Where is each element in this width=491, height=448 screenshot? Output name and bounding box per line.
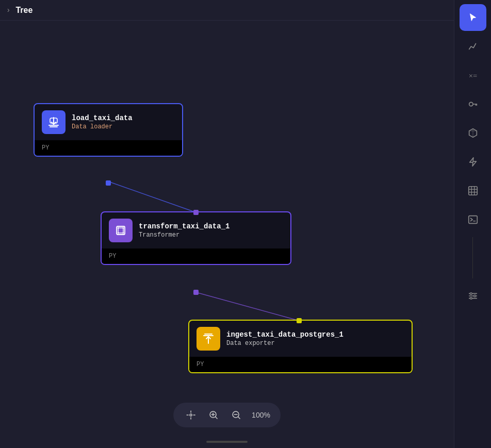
svg-point-40 [470,297,472,300]
center-view-button[interactable] [184,408,198,422]
node-loader[interactable]: load_taxi_data Data loader PY [34,103,183,157]
node-transformer-header: transform_taxi_data_1 Transformer [102,212,290,248]
svg-point-7 [118,233,119,234]
settings-tool-button[interactable] [460,283,486,309]
transformer-node-name: transform_taxi_data_1 [139,222,230,230]
formula-tool-button[interactable]: ×= [460,62,486,89]
transformer-node-type: Transformer [139,231,230,239]
table-tool-button[interactable] [460,177,486,204]
zoom-out-button[interactable] [229,408,243,422]
svg-line-1 [196,292,299,321]
terminal-icon [467,214,479,225]
exporter-input-dot [297,318,302,323]
box-tool-button[interactable] [460,120,486,146]
svg-rect-4 [118,228,123,233]
svg-point-39 [473,295,476,297]
header-bar: › Tree [0,0,454,21]
svg-line-0 [108,181,196,212]
box-icon [467,127,479,139]
transformer-output-dot [193,290,199,295]
transformer-node-info: transform_taxi_data_1 Transformer [139,222,230,239]
svg-point-22 [469,102,472,106]
svg-point-6 [123,227,124,229]
transformer-svg-icon [114,224,127,237]
exporter-node-type: Data exporter [226,340,343,347]
bottom-handle [206,441,248,443]
svg-line-15 [216,417,218,419]
zoom-in-button[interactable] [206,408,221,422]
bottom-toolbar: 100% [173,403,281,427]
graph-icon [467,41,479,52]
svg-rect-33 [468,216,477,224]
svg-line-19 [238,417,240,419]
svg-rect-28 [468,187,477,195]
cursor-icon [467,12,479,23]
svg-point-38 [470,293,472,295]
node-loader-header: load_taxi_data Data loader [35,104,182,140]
table-icon [467,185,479,196]
zoom-level-display: 100% [252,411,270,419]
transformer-input-dot [193,210,199,215]
loader-svg-icon [47,116,60,128]
right-sidebar: ×= [454,0,491,448]
loader-output-dot [106,180,111,186]
exporter-node-info: ingest_taxi_data_postgres_1 Data exporte… [226,330,343,347]
exporter-node-name: ingest_taxi_data_postgres_1 [226,330,343,339]
transformer-icon-bg [109,219,133,242]
node-transformer[interactable]: transform_taxi_data_1 Transformer PY [101,211,291,265]
formula-icon: ×= [467,70,479,81]
loader-node-type: Data loader [72,123,133,130]
exporter-node-footer: PY [189,357,412,372]
lightning-tool-button[interactable] [460,148,486,175]
chevron-icon[interactable]: › [6,6,10,14]
settings-icon [467,290,479,302]
key-icon [467,98,479,110]
canvas-area[interactable]: › Tree load_t [0,0,454,448]
exporter-icon-bg [197,327,220,351]
page-title: Tree [15,6,32,15]
svg-point-8 [123,233,124,234]
transformer-node-footer: PY [102,248,290,264]
lightning-icon [467,156,479,168]
cursor-tool-button[interactable] [460,4,486,31]
node-exporter-header: ingest_taxi_data_postgres_1 Data exporte… [189,321,412,357]
canvas-content[interactable]: load_taxi_data Data loader PY [0,21,454,448]
node-exporter[interactable]: ingest_taxi_data_postgres_1 Data exporte… [188,320,413,373]
terminal-tool-button[interactable] [460,206,486,233]
exporter-svg-icon [202,333,215,345]
svg-point-5 [118,227,119,229]
svg-point-9 [190,414,192,416]
loader-icon-bg [42,110,66,134]
loader-node-name: load_taxi_data [72,114,133,122]
loader-node-info: load_taxi_data Data loader [72,114,133,130]
sidebar-divider [472,237,473,278]
graph-tool-button[interactable] [460,33,486,60]
svg-text:×=: ×= [468,72,477,80]
loader-node-footer: PY [35,140,182,156]
key-tool-button[interactable] [460,91,486,118]
